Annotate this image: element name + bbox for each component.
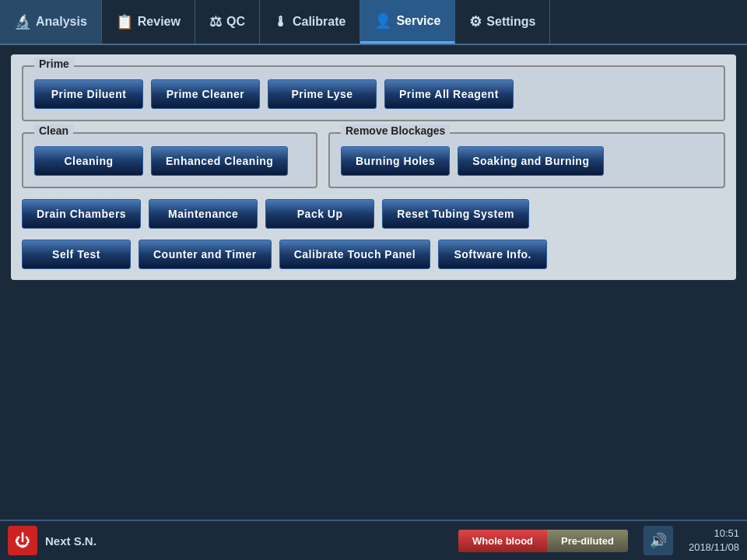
volume-button[interactable]: 🔊: [644, 526, 673, 555]
nav-settings[interactable]: ⚙ Settings: [455, 0, 550, 44]
time-display: 10:51 2018/11/08: [689, 527, 739, 555]
pack-up-button[interactable]: Pack Up: [265, 199, 374, 229]
calibrate-icon: 🌡: [274, 14, 288, 30]
top-navigation: 🔬 Analysis 📋 Review ⚖ QC 🌡 Calibrate 👤 S…: [0, 0, 747, 45]
prediluted-button[interactable]: Pre-diluted: [547, 530, 628, 552]
whole-blood-button[interactable]: Whole blood: [458, 530, 547, 552]
prime-all-reagent-button[interactable]: Prime All Reagent: [384, 79, 514, 109]
prime-section: Prime Prime Diluent Prime Cleaner Prime …: [22, 65, 725, 121]
standalone-section: Drain Chambers Maintenance Pack Up Reset…: [22, 199, 725, 229]
nav-qc-label: QC: [226, 15, 245, 29]
nav-calibrate[interactable]: 🌡 Calibrate: [260, 0, 360, 44]
volume-icon: 🔊: [650, 532, 667, 549]
prime-section-label: Prime: [34, 58, 74, 70]
clean-blockages-row: Clean Cleaning Enhanced Cleaning Remove …: [22, 132, 725, 188]
nav-review-label: Review: [138, 15, 181, 29]
clean-button-row: Cleaning Enhanced Cleaning: [34, 146, 305, 176]
standalone-button-row: Drain Chambers Maintenance Pack Up Reset…: [22, 199, 725, 229]
burning-holes-button[interactable]: Burning Holes: [341, 146, 450, 176]
self-test-button[interactable]: Self Test: [22, 240, 131, 269]
remove-blockages-button-row: Burning Holes Soaking and Burning: [341, 146, 713, 176]
nav-analysis[interactable]: 🔬 Analysis: [0, 0, 102, 44]
nav-service-label: Service: [396, 14, 440, 28]
date-label: 2018/11/08: [689, 541, 739, 555]
nav-qc[interactable]: ⚖ QC: [195, 0, 260, 44]
analysis-icon: 🔬: [14, 13, 31, 30]
main-content: Prime Prime Diluent Prime Cleaner Prime …: [11, 54, 736, 280]
clean-section: Clean Cleaning Enhanced Cleaning: [22, 132, 317, 188]
nav-service[interactable]: 👤 Service: [360, 0, 455, 44]
bottom-section: Self Test Counter and Timer Calibrate To…: [22, 240, 725, 269]
time-label: 10:51: [689, 527, 739, 541]
status-bar: ⏻ Next S.N. Whole blood Pre-diluted 🔊 10…: [0, 520, 747, 560]
sample-type-row: Whole blood Pre-diluted: [458, 530, 628, 552]
nav-settings-label: Settings: [486, 15, 535, 29]
nav-calibrate-label: Calibrate: [293, 15, 345, 29]
next-sn-label: Next S.N.: [45, 534, 451, 548]
drain-chambers-button[interactable]: Drain Chambers: [22, 199, 141, 229]
power-button[interactable]: ⏻: [8, 526, 37, 555]
nav-review[interactable]: 📋 Review: [102, 0, 195, 44]
power-icon: ⏻: [15, 532, 30, 550]
soaking-burning-button[interactable]: Soaking and Burning: [458, 146, 604, 176]
clean-section-label: Clean: [34, 124, 73, 137]
remove-blockages-section: Remove Blockages Burning Holes Soaking a…: [328, 132, 725, 188]
review-icon: 📋: [116, 13, 133, 30]
settings-icon: ⚙: [469, 13, 482, 30]
software-info-button[interactable]: Software Info.: [438, 240, 547, 269]
qc-icon: ⚖: [209, 13, 222, 30]
maintenance-button[interactable]: Maintenance: [149, 199, 258, 229]
prime-diluent-button[interactable]: Prime Diluent: [34, 79, 143, 109]
prime-button-row: Prime Diluent Prime Cleaner Prime Lyse P…: [34, 79, 713, 109]
counter-timer-button[interactable]: Counter and Timer: [139, 240, 272, 269]
prime-lyse-button[interactable]: Prime Lyse: [268, 79, 377, 109]
enhanced-cleaning-button[interactable]: Enhanced Cleaning: [151, 146, 288, 176]
prime-cleaner-button[interactable]: Prime Cleaner: [151, 79, 260, 109]
cleaning-button[interactable]: Cleaning: [34, 146, 143, 176]
service-icon: 👤: [374, 12, 391, 30]
bottom-button-row: Self Test Counter and Timer Calibrate To…: [22, 240, 725, 269]
calibrate-touch-panel-button[interactable]: Calibrate Touch Panel: [279, 240, 431, 269]
nav-analysis-label: Analysis: [36, 15, 87, 29]
reset-tubing-button[interactable]: Reset Tubing System: [382, 199, 529, 229]
remove-blockages-label: Remove Blockages: [341, 124, 450, 137]
